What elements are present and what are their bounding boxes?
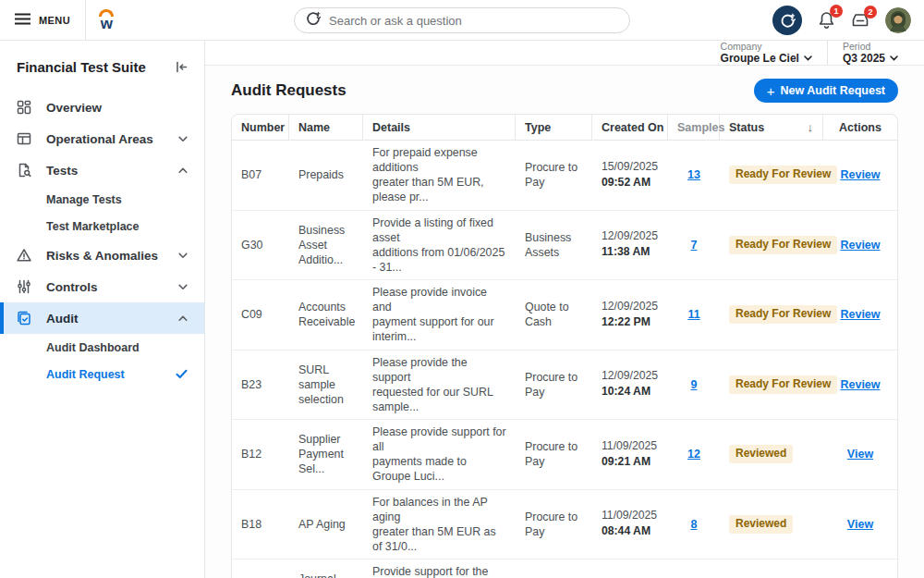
created-date: 12/09/2025 xyxy=(602,300,659,314)
action-link[interactable]: Review xyxy=(840,378,880,391)
cell-details: Please provide the support requested for… xyxy=(363,350,516,420)
created-time: 09:21 AM xyxy=(602,455,659,470)
table-row: C09 Accounts Receivable Please provide i… xyxy=(232,280,897,350)
company-label: Company xyxy=(721,41,762,52)
cell-actions: View xyxy=(823,512,897,536)
hamburger-icon xyxy=(15,12,30,29)
table-row: B12 Supplier Payment Sel... Please provi… xyxy=(232,420,897,490)
sort-descending-icon: ↓ xyxy=(808,120,814,134)
samples-link[interactable]: 8 xyxy=(691,518,698,531)
cell-actions: Review xyxy=(823,233,897,257)
sidebar-item-operational-areas[interactable]: Operational Areas xyxy=(0,123,204,154)
column-header-details[interactable]: Details xyxy=(363,115,516,140)
topbar: MENU w 1 2 xyxy=(0,0,924,41)
cell-details: For prepaid expense additions greater th… xyxy=(363,141,516,210)
sidebar-item-controls[interactable]: Controls xyxy=(0,271,204,302)
cell-created-on: 10/09/2025 11:43 AM xyxy=(592,574,668,578)
sidebar-subitem-test-marketplace[interactable]: Test Marketplace xyxy=(0,213,204,240)
action-link[interactable]: View xyxy=(847,448,873,461)
samples-link[interactable]: 9 xyxy=(691,378,698,391)
context-bar: Company Groupe Le Ciel Period Q3 2025 xyxy=(205,41,924,66)
cell-details: Provide a listing of fixed asset additio… xyxy=(363,211,516,280)
column-header-actions[interactable]: Actions xyxy=(823,115,897,140)
notifications-button[interactable]: 1 xyxy=(818,11,835,30)
column-header-type[interactable]: Type xyxy=(516,115,592,140)
logo-letter: w xyxy=(101,16,113,31)
period-selector[interactable]: Period Q3 2025 xyxy=(843,41,898,65)
sidebar-subitem-manage-tests[interactable]: Manage Tests xyxy=(0,186,204,213)
tests-icon xyxy=(17,163,32,178)
table-header-row: NumberNameDetailsTypeCreated OnSamplesSt… xyxy=(232,115,897,141)
action-link[interactable]: Review xyxy=(840,168,880,181)
cell-status: Ready For Review xyxy=(720,371,823,399)
created-date: 11/09/2025 xyxy=(602,439,659,454)
cell-name: Journal Entry Sampling xyxy=(289,567,363,578)
sidebar-item-overview[interactable]: Overview xyxy=(0,92,204,123)
sidebar-item-audit[interactable]: Audit xyxy=(0,302,204,334)
table-row: B23 SURL sample selection Please provide… xyxy=(232,350,897,421)
table-row: D05 Journal Entry Sampling Provide suppo… xyxy=(232,560,897,578)
controls-icon xyxy=(17,279,32,294)
search-input[interactable] xyxy=(329,14,618,28)
cell-type: Quote to Cash xyxy=(516,295,592,334)
content: Audit Requests + New Audit Request Numbe… xyxy=(205,66,924,578)
search-bar[interactable] xyxy=(294,7,630,33)
cell-status: Ready For Review xyxy=(720,231,823,259)
samples-link[interactable]: 11 xyxy=(687,308,699,321)
cell-details: For balances in the AP aging greater tha… xyxy=(363,490,516,560)
cell-name: SURL sample selection xyxy=(289,358,363,412)
sidebar-subitem-audit-request[interactable]: Audit Request xyxy=(0,361,204,387)
sidebar-subitem-label: Test Marketplace xyxy=(46,220,188,233)
cell-type: Procure to Pay xyxy=(516,155,592,194)
sidebar-item-tests[interactable]: Tests xyxy=(0,154,204,186)
status-badge: Ready For Review xyxy=(729,305,837,324)
sidebar-subitem-label: Audit Request xyxy=(46,368,176,381)
column-header-samples[interactable]: Samples xyxy=(668,115,720,140)
topbar-divider xyxy=(85,0,86,41)
cell-samples: 12 xyxy=(668,442,720,466)
company-selector[interactable]: Company Groupe Le Ciel xyxy=(721,41,812,65)
menu-button[interactable]: MENU xyxy=(0,0,85,40)
sidebar-item-label: Risks & Anomalies xyxy=(46,249,178,263)
samples-link[interactable]: 12 xyxy=(687,448,700,461)
status-badge: Reviewed xyxy=(729,445,793,463)
column-header-name[interactable]: Name xyxy=(289,115,363,140)
action-link[interactable]: Review xyxy=(840,308,880,321)
cell-status: Reviewed xyxy=(720,510,823,538)
collapse-sidebar-icon[interactable] xyxy=(176,61,188,73)
main-area: Company Groupe Le Ciel Period Q3 2025 Au… xyxy=(205,41,924,578)
samples-link[interactable]: 13 xyxy=(687,168,700,181)
avatar[interactable] xyxy=(885,7,911,33)
cell-number: B12 xyxy=(232,442,289,466)
cell-type: Business Assets xyxy=(516,226,592,264)
sidebar-item-risks-anomalies[interactable]: Risks & Anomalies xyxy=(0,240,204,271)
action-link[interactable]: View xyxy=(847,518,873,531)
sidebar-subitem-audit-dashboard[interactable]: Audit Dashboard xyxy=(0,334,204,361)
column-header-number[interactable]: Number xyxy=(232,115,289,140)
assistant-search-icon xyxy=(306,11,321,30)
created-time: 10:24 AM xyxy=(602,385,659,400)
inbox-button[interactable]: 2 xyxy=(851,12,869,29)
column-header-status[interactable]: Status↓ xyxy=(720,115,823,140)
table-row: B07 Prepaids For prepaid expense additio… xyxy=(232,141,897,211)
table-body: B07 Prepaids For prepaid expense additio… xyxy=(232,141,897,578)
page-title: Audit Requests xyxy=(231,81,346,100)
created-date: 12/09/2025 xyxy=(602,229,659,244)
status-badge: Reviewed xyxy=(729,515,793,534)
cell-name: Prepaids xyxy=(289,163,363,187)
assistant-button[interactable] xyxy=(772,6,802,35)
new-audit-request-button[interactable]: + New Audit Request xyxy=(754,79,898,103)
cell-samples: 9 xyxy=(668,373,720,397)
workday-logo[interactable]: w xyxy=(99,9,114,31)
sidebar-item-label: Overview xyxy=(46,101,188,115)
sidebar-item-label: Controls xyxy=(46,280,178,294)
cell-status: Ready For Review xyxy=(720,301,823,328)
cell-type: Journal Entries xyxy=(516,574,592,578)
column-header-created-on[interactable]: Created On xyxy=(592,115,668,140)
created-time: 12:22 PM xyxy=(602,315,659,330)
samples-link[interactable]: 7 xyxy=(691,239,698,252)
cell-created-on: 12/09/2025 11:38 AM xyxy=(592,225,668,264)
cell-number: C09 xyxy=(232,302,289,326)
action-link[interactable]: Review xyxy=(840,239,880,252)
cell-actions: Review xyxy=(823,302,897,326)
